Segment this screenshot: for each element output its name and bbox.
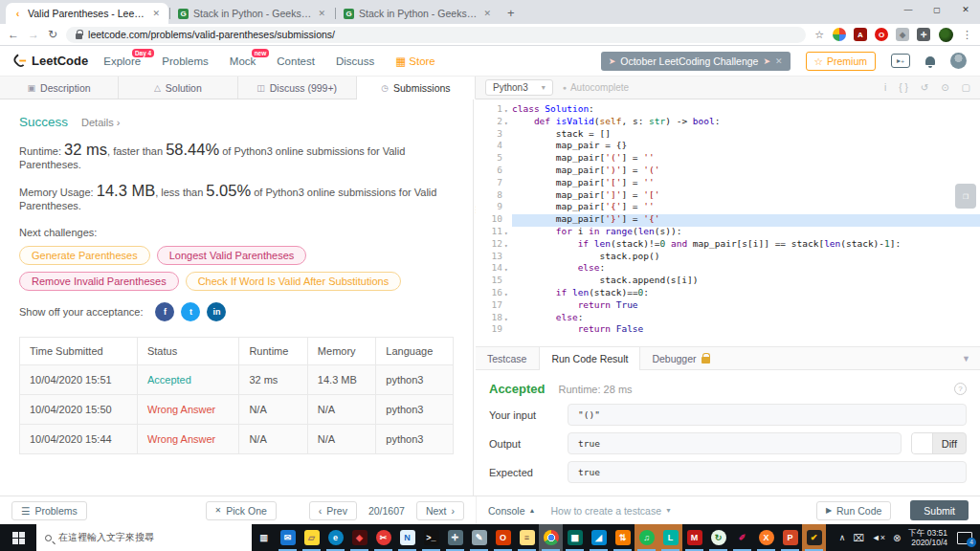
pick-one-button[interactable]: ✕ Pick One — [206, 501, 277, 520]
paint-icon[interactable]: ✎ — [467, 524, 491, 551]
language-select[interactable]: Python3 ▾ — [485, 79, 553, 96]
run-row-value[interactable]: true — [568, 432, 902, 454]
pen-icon[interactable]: ✐ — [730, 524, 754, 551]
extensions-puzzle-icon[interactable]: ✛ — [917, 28, 930, 41]
office-icon[interactable]: O — [491, 524, 515, 551]
nav-item-store[interactable]: ▦ Store — [395, 55, 435, 68]
browser-tab[interactable]: ‹Valid Parentheses - LeetCode✕ — [6, 3, 168, 24]
next-button[interactable]: Next › — [416, 501, 464, 520]
file-explorer-icon[interactable]: ▱ — [300, 524, 323, 551]
tab-solution[interactable]: △Solution — [119, 77, 237, 99]
facebook-icon[interactable]: f — [155, 302, 174, 321]
diff-toggle[interactable]: Diff — [911, 432, 967, 454]
bookmark-star-icon[interactable]: ☆ — [814, 29, 824, 41]
copy-code-button[interactable]: ❐ — [955, 184, 976, 209]
extension-icon-opera[interactable]: O — [875, 28, 888, 41]
mail-icon[interactable]: ✉ — [276, 524, 300, 551]
volume-muted-icon[interactable]: ◄× — [872, 533, 885, 542]
autocomplete-toggle[interactable]: ● Autocomplete — [563, 82, 629, 93]
powerpoint-icon[interactable]: P — [778, 524, 802, 551]
tab-description[interactable]: ▣Description — [0, 77, 119, 99]
table-row[interactable]: 10/04/2020 15:51Accepted32 ms14.3 MBpyth… — [20, 365, 454, 395]
banner-close-icon[interactable]: ✕ — [775, 56, 783, 66]
tab-close-icon[interactable]: ✕ — [150, 9, 162, 18]
orange-tool-icon[interactable]: ⇅ — [611, 524, 635, 551]
tab-run-code-result[interactable]: Run Code Result — [539, 347, 640, 370]
browser-tab[interactable]: GStack in Python - GeeksforGeek✕ — [337, 3, 500, 24]
nav-item-contest[interactable]: Contest — [277, 55, 315, 67]
problems-button[interactable]: ☰ Problems — [11, 501, 87, 520]
table-row[interactable]: 10/04/2020 15:44Wrong AnswerN/AN/Apython… — [20, 425, 454, 454]
prev-button[interactable]: ‹ Prev — [309, 501, 357, 520]
mcafee-icon[interactable]: M — [682, 524, 706, 551]
safely-remove-icon[interactable]: ⊗ — [893, 533, 901, 543]
line-icon[interactable]: L — [658, 524, 682, 551]
new-tab-button[interactable]: + — [507, 6, 515, 20]
leetcode-logo[interactable]: LeetCode — [13, 54, 88, 68]
terminal-icon[interactable]: >_ — [419, 524, 443, 551]
interview-icon[interactable]: ▸₊ — [891, 54, 910, 68]
table-row[interactable]: 10/04/2020 15:50Wrong AnswerN/AN/Apython… — [20, 395, 454, 425]
browser-menu-icon[interactable]: ⋮ — [962, 29, 972, 41]
taskbar-search-input[interactable]: 在這裡輸入文字來搜尋 — [36, 524, 252, 551]
vscode-icon[interactable]: ◢ — [587, 524, 611, 551]
notification-center-icon[interactable]: 4 — [957, 532, 972, 544]
challenge-banner[interactable]: ➤ October LeetCoding Challenge ➤ ✕ — [601, 52, 791, 71]
cell-status[interactable]: Wrong Answer — [137, 395, 238, 425]
forward-icon[interactable]: → — [28, 28, 39, 41]
tab-debugger[interactable]: Debugger — [640, 347, 722, 369]
taskbar-clock[interactable]: 下午 03:51 2020/10/4 — [908, 528, 947, 547]
howto-testcase-link[interactable]: How to create a testcase▼ — [550, 505, 672, 517]
start-button[interactable] — [0, 524, 36, 551]
nav-item-mock[interactable]: Mocknew — [230, 55, 256, 67]
cell-status[interactable]: Wrong Answer — [137, 425, 238, 454]
tab-submissions[interactable]: ◷Submissions — [357, 77, 476, 99]
premium-button[interactable]: ☆ Premium — [806, 52, 876, 71]
nav-item-discuss[interactable]: Discuss — [336, 55, 374, 67]
tray-chevron-icon[interactable]: ∧ — [839, 533, 846, 542]
settings-icon[interactable]: ⊙ — [941, 82, 948, 93]
spotify-icon[interactable]: ♫ — [635, 524, 658, 551]
back-icon[interactable]: ← — [8, 28, 19, 41]
submit-button[interactable]: Submit — [910, 500, 969, 520]
checkmark-app-icon[interactable]: ✔ — [802, 524, 826, 551]
devtools-icon[interactable]: ✛ — [443, 524, 467, 551]
display-icon[interactable]: ⌧ — [853, 533, 864, 543]
browser-profile-avatar[interactable] — [939, 28, 953, 42]
nav-item-problems[interactable]: Problems — [162, 55, 209, 67]
cell-status[interactable]: Accepted — [137, 365, 238, 395]
extension-icon-gray[interactable]: ◆ — [896, 28, 909, 41]
shortcuts-info-icon[interactable]: i — [884, 82, 886, 93]
challenge-chip[interactable]: Remove Invalid Parentheses — [19, 272, 179, 291]
help-icon[interactable]: ? — [954, 383, 967, 395]
challenge-chip[interactable]: Longest Valid Parentheses — [157, 246, 307, 265]
chrome-icon[interactable] — [539, 524, 563, 551]
url-bar[interactable]: leetcode.com/problems/valid-parentheses/… — [66, 27, 806, 43]
user-avatar[interactable] — [950, 53, 967, 69]
photos-icon[interactable]: ▦ — [563, 524, 587, 551]
run-code-button[interactable]: ▶ Run Code — [816, 501, 891, 520]
edge-icon[interactable]: e — [323, 524, 347, 551]
notifications-bell-icon[interactable] — [925, 56, 935, 65]
challenge-chip[interactable]: Generate Parentheses — [19, 246, 150, 265]
challenge-chip[interactable]: Check If Word Is Valid After Substitutio… — [186, 272, 402, 291]
sticky-notes-icon[interactable]: ≡ — [515, 524, 539, 551]
notepad-icon[interactable]: N — [395, 524, 419, 551]
run-row-value[interactable]: "()" — [568, 404, 967, 426]
tab-testcase[interactable]: Testcase — [476, 347, 539, 369]
minimize-button[interactable]: — — [894, 0, 923, 19]
nav-item-explore[interactable]: ExploreDay 4 — [103, 55, 141, 67]
xampp-icon[interactable]: X — [754, 524, 778, 551]
diff-checkbox[interactable] — [912, 432, 933, 454]
task-view-icon[interactable]: ▥ — [252, 524, 276, 551]
details-link[interactable]: Details › — [81, 117, 120, 128]
snipping-tool-icon[interactable]: ✂ — [371, 524, 395, 551]
twitter-icon[interactable]: t — [181, 302, 200, 321]
run-row-value[interactable]: true — [568, 461, 967, 483]
code-line[interactable]: 19 return False — [476, 324, 980, 337]
extension-icon-acrobat[interactable]: A — [854, 28, 867, 41]
maximize-button[interactable]: ▢ — [923, 0, 951, 19]
close-button[interactable]: ✕ — [951, 0, 980, 19]
fullscreen-icon[interactable]: ▢ — [962, 82, 970, 93]
sync-icon[interactable]: ↻ — [706, 524, 730, 551]
